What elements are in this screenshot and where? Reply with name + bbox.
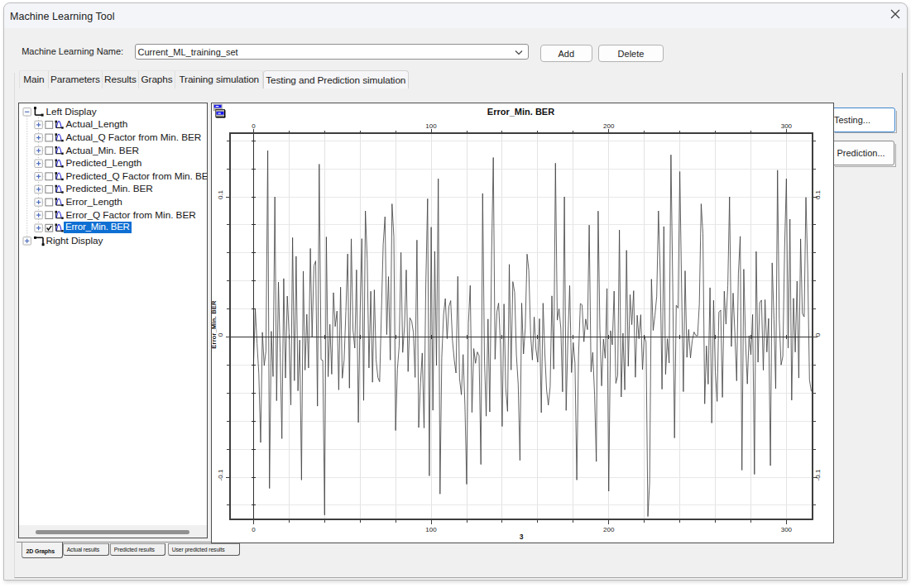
svg-text:0.1: 0.1 xyxy=(217,189,224,199)
svg-text:Error_Min. BER: Error_Min. BER xyxy=(487,107,554,117)
svg-text:100: 100 xyxy=(425,122,437,130)
svg-text:200: 200 xyxy=(603,122,615,130)
svg-text:3: 3 xyxy=(520,533,524,541)
svg-text:100: 100 xyxy=(425,526,437,533)
svg-text:300: 300 xyxy=(781,526,793,533)
svg-text:-0.1: -0.1 xyxy=(814,469,822,480)
svg-text:0: 0 xyxy=(252,122,256,130)
svg-text:0.1: 0.1 xyxy=(814,189,822,199)
svg-text:0: 0 xyxy=(217,332,224,337)
svg-text:-0.1: -0.1 xyxy=(217,469,224,480)
svg-text:200: 200 xyxy=(603,526,615,533)
svg-text:0: 0 xyxy=(814,332,822,337)
svg-text:Error_Min. BER: Error_Min. BER xyxy=(210,300,218,349)
svg-text:300: 300 xyxy=(781,122,793,130)
svg-text:0: 0 xyxy=(252,526,256,533)
